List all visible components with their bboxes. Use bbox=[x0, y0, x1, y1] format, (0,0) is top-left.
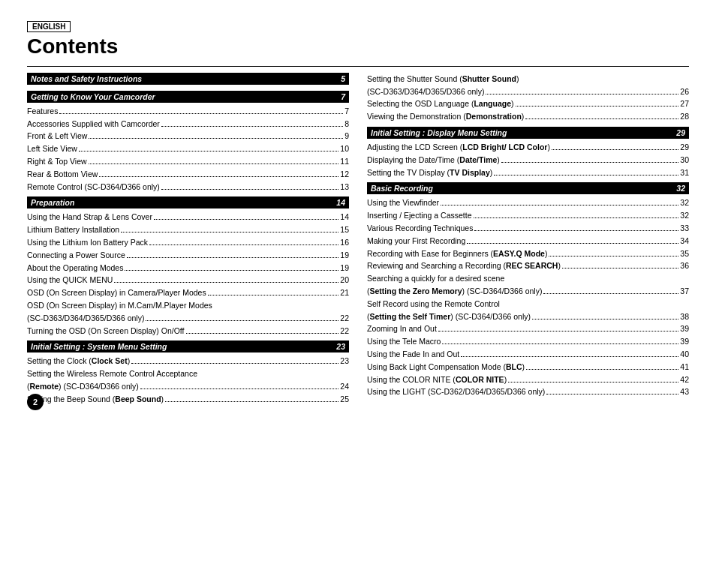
toc-row: Zooming In and Out 39 bbox=[367, 322, 689, 335]
toc-row: Left Side View 10 bbox=[27, 142, 349, 155]
initial-display-header-page: 29 bbox=[676, 128, 685, 137]
toc-row: Right & Top View 11 bbox=[27, 155, 349, 168]
left-column: Notes and Safety Instructions 5 Getting … bbox=[27, 73, 349, 406]
right-top-entries: Setting the Shutter Sound (Shutter Sound… bbox=[367, 73, 689, 123]
toc-row: Various Recording Techniques 33 bbox=[367, 222, 689, 235]
toc-row: Turning the OSD (On Screen Display) On/O… bbox=[27, 325, 349, 338]
initial-system-header-page: 23 bbox=[336, 342, 345, 351]
toc-row: Rear & Bottom View 12 bbox=[27, 168, 349, 181]
toc-row: Using the Hand Strap & Lens Cover 14 bbox=[27, 211, 349, 224]
toc-row: (Setting the Zero Memory) (SC-D364/D366 … bbox=[367, 285, 689, 298]
section-initial-system-header: Initial Setting : System Menu Setting 23 bbox=[27, 340, 349, 352]
notes-header-text: Notes and Safety Instructions bbox=[31, 74, 142, 83]
toc-row: OSD (On Screen Display) in Camera/Player… bbox=[27, 286, 349, 299]
toc-row: Adjusting the LCD Screen (LCD Bright/ LC… bbox=[367, 141, 689, 154]
toc-row-multiline: Searching a quickly for a desired scene … bbox=[367, 272, 689, 298]
toc-row-multiline: Setting the Wireless Remote Control Acce… bbox=[27, 368, 349, 393]
toc-row: Lithium Battery Installation 15 bbox=[27, 224, 349, 236]
lang-badge: ENGLISH bbox=[27, 21, 71, 32]
toc-row: Using the Lithium Ion Battery Pack 16 bbox=[27, 236, 349, 249]
toc-row: Remote Control (SC-D364/D366 only) 13 bbox=[27, 181, 349, 194]
initial-display-entries: Adjusting the LCD Screen (LCD Bright/ LC… bbox=[367, 141, 689, 178]
section-initial-display-header: Initial Setting : Display Menu Setting 2… bbox=[367, 127, 689, 139]
toc-row: (SC-D363/D364/D365/D366 only) 26 bbox=[367, 86, 689, 98]
toc-row: Viewing the Demonstration (Demonstration… bbox=[367, 110, 689, 123]
toc-row: Displaying the Date/Time (Date/Time) 30 bbox=[367, 154, 689, 166]
basic-header-page: 32 bbox=[676, 184, 685, 193]
toc-row: (Setting the Self Timer) (SC-D364/D366 o… bbox=[367, 310, 689, 323]
section-getting-header: Getting to Know Your Camcorder 7 bbox=[27, 91, 349, 103]
toc-columns: Notes and Safety Instructions 5 Getting … bbox=[27, 73, 689, 406]
toc-row: Using the LIGHT (SC-D362/D364/D365/D366 … bbox=[367, 386, 689, 398]
basic-header-text: Basic Recording bbox=[371, 184, 433, 193]
toc-row: Using the COLOR NITE (COLOR NITE) 42 bbox=[367, 374, 689, 386]
section-notes-header: Notes and Safety Instructions 5 bbox=[27, 73, 349, 85]
page-title: Contents bbox=[27, 35, 689, 58]
toc-row: Connecting a Power Source 19 bbox=[27, 249, 349, 262]
toc-row: Using the Viewfinder 32 bbox=[367, 196, 689, 209]
right-column: Setting the Shutter Sound (Shutter Sound… bbox=[367, 73, 689, 406]
toc-row: Reviewing and Searching a Recording (REC… bbox=[367, 260, 689, 272]
toc-row: Using Back Light Compensation Mode (BLC)… bbox=[367, 361, 689, 374]
initial-system-header-text: Initial Setting : System Menu Setting bbox=[31, 342, 167, 351]
toc-row: Recording with Ease for Beginners (EASY.… bbox=[367, 248, 689, 260]
getting-header-page: 7 bbox=[341, 92, 345, 101]
toc-row: Using the QUICK MENU 20 bbox=[27, 274, 349, 286]
page-container: ENGLISH Contents Notes and Safety Instru… bbox=[0, 0, 716, 421]
toc-row: Inserting / Ejecting a Cassette 32 bbox=[367, 209, 689, 222]
prep-header-page: 14 bbox=[336, 198, 345, 207]
toc-row: Setting the TV Display (TV Display) 31 bbox=[367, 166, 689, 179]
getting-entries: Features 7 Accessories Supplied with Cam… bbox=[27, 105, 349, 194]
toc-row: Front & Left View 9 bbox=[27, 130, 349, 142]
toc-row: About the Operating Modes 19 bbox=[27, 262, 349, 274]
toc-row: Using the Fade In and Out 40 bbox=[367, 348, 689, 361]
notes-header-page: 5 bbox=[341, 74, 345, 83]
section-basic-header: Basic Recording 32 bbox=[367, 182, 689, 194]
basic-entries: Using the Viewfinder 32 Inserting / Ejec… bbox=[367, 196, 689, 398]
toc-row: Setting the Clock (Clock Set) 23 bbox=[27, 355, 349, 368]
toc-row-multiline: Setting the Shutter Sound (Shutter Sound… bbox=[367, 73, 689, 98]
getting-header-text: Getting to Know Your Camcorder bbox=[31, 92, 155, 101]
preparation-entries: Using the Hand Strap & Lens Cover 14 Lit… bbox=[27, 211, 349, 337]
toc-row: Accessories Supplied with Camcorder 8 bbox=[27, 118, 349, 130]
initial-system-entries: Setting the Clock (Clock Set) 23 Setting… bbox=[27, 355, 349, 405]
top-divider bbox=[27, 66, 689, 67]
prep-header-text: Preparation bbox=[31, 198, 74, 207]
toc-row: (SC-D363/D364/D365/D366 only) 22 bbox=[27, 312, 349, 325]
toc-row-multiline: OSD (On Screen Display) in M.Cam/M.Playe… bbox=[27, 299, 349, 325]
page-number: 2 bbox=[27, 394, 44, 410]
toc-row: Setting the Beep Sound (Beep Sound) 25 bbox=[27, 393, 349, 406]
toc-row: (Remote) (SC-D364/D366 only) 24 bbox=[27, 380, 349, 393]
toc-row: Using the Tele Macro 39 bbox=[367, 335, 689, 348]
toc-row-multiline: Self Record using the Remote Control (Se… bbox=[367, 298, 689, 323]
toc-row: Features 7 bbox=[27, 105, 349, 118]
toc-row: Selecting the OSD Language (Language) 27 bbox=[367, 98, 689, 110]
toc-row: Making your First Recording 34 bbox=[367, 235, 689, 248]
section-preparation-header: Preparation 14 bbox=[27, 196, 349, 208]
initial-display-header-text: Initial Setting : Display Menu Setting bbox=[371, 128, 507, 137]
